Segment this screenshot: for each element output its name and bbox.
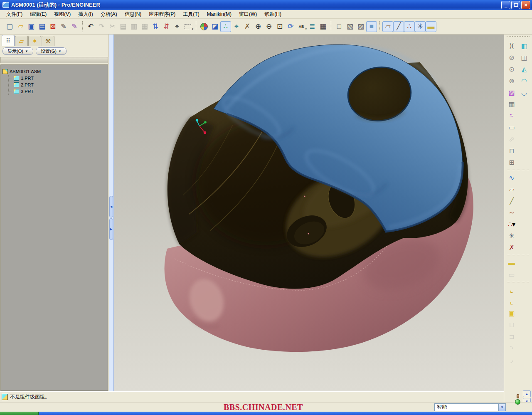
no-hidden-icon[interactable]: ▨ (355, 21, 366, 32)
save-icon[interactable]: ▣ (26, 21, 37, 32)
3d-viewport[interactable] (114, 35, 504, 391)
paste-icon[interactable]: ▥ (128, 21, 139, 32)
select-box-icon[interactable]: ▾ (182, 21, 193, 32)
sketch-icon[interactable]: ▭ (506, 122, 517, 133)
assemble-manikin-icon[interactable]: ⌞ (506, 296, 517, 307)
tree-part-item[interactable]: 2.PRT (10, 82, 106, 88)
chamfer-icon[interactable]: ◞ (506, 354, 517, 365)
trim-notch-icon[interactable]: ⊓ (506, 145, 517, 156)
wireframe-icon[interactable]: □ (334, 21, 345, 32)
tree-show-button[interactable]: 显示(O)▼ (2, 47, 33, 55)
menu-item-10[interactable]: 帮助(H) (261, 10, 285, 19)
note-icon[interactable]: ▬ (506, 257, 517, 268)
datum-plane-toggle-icon[interactable]: ▱ (382, 21, 393, 32)
cut-icon[interactable]: ✂ (107, 21, 118, 32)
datum-curve-icon[interactable]: ∼ (506, 207, 517, 218)
shaded-icon[interactable]: ■ (366, 21, 377, 32)
restore-button[interactable] (511, 1, 520, 9)
menu-item-0[interactable]: 文件(F) (2, 10, 26, 19)
hole-icon[interactable]: ⊔ (506, 319, 517, 330)
menu-item-2[interactable]: 视图(V) (50, 10, 74, 19)
datum-csys-icon[interactable]: ✳ (506, 230, 517, 241)
datum-axis-icon[interactable]: ╱ (506, 195, 517, 206)
intersect-icon[interactable]: ⊘ (506, 52, 517, 63)
search-model-icon[interactable]: ⌖ (231, 21, 242, 32)
assemble-component-icon[interactable]: ⌞ (506, 284, 517, 295)
close-button[interactable]: ✕ (521, 1, 530, 9)
menu-item-7[interactable]: 工具(T) (179, 10, 203, 19)
selection-filter-combo[interactable]: 智能 ▼ (434, 403, 506, 411)
mirror-icon[interactable]: ◫ (519, 52, 530, 63)
panel-splitter[interactable]: ◄ ► (109, 35, 114, 391)
assembly-model-canvas[interactable] (114, 35, 504, 391)
drag-disable-icon[interactable]: ✗ (242, 21, 253, 32)
analysis-icon[interactable]: ⇗ (506, 133, 517, 144)
edit-sketch-icon[interactable]: ✎ (69, 21, 80, 32)
shell-icon[interactable]: ⊐ (506, 331, 517, 342)
merge-icon[interactable]: )( (506, 40, 517, 51)
menu-item-9[interactable]: 窗口(W) (235, 10, 261, 19)
display-settings-icon[interactable]: ◪ (209, 21, 220, 32)
extend-icon[interactable]: ⊞ (506, 157, 517, 168)
start-button-edge[interactable] (0, 412, 39, 415)
zoom-out-icon[interactable]: ⊖ (264, 21, 274, 32)
new-file-icon[interactable]: ▢ (4, 21, 15, 32)
print-icon[interactable]: ✎ (58, 21, 69, 32)
hidden-line-icon[interactable]: ▧ (345, 21, 355, 32)
tab-model-tree[interactable]: ⠿ (2, 35, 15, 46)
redo-icon[interactable]: ↷ (96, 21, 107, 32)
spline-icon[interactable]: ∿ (506, 172, 517, 183)
toolbar-scroll-up-button[interactable]: ▲ (523, 390, 531, 397)
repaint-icon[interactable]: ⟳ (285, 21, 296, 32)
paste-special-icon[interactable]: ▦ (139, 21, 150, 32)
tab-folder-browser[interactable]: ▱ (15, 36, 28, 46)
round-icon[interactable]: ◝ (506, 343, 517, 353)
dropdown-caret-icon[interactable]: ▾ (512, 220, 515, 228)
field-point-icon[interactable]: ✗ (506, 242, 517, 253)
delete-icon[interactable]: ⊠ (47, 21, 58, 32)
minimize-button[interactable]: _ (501, 1, 510, 9)
zoom-in-icon[interactable]: ⊕ (253, 21, 264, 32)
style-icon[interactable]: ≈ (506, 110, 517, 121)
tree-settings-button[interactable]: 设置(G)▼ (36, 47, 66, 55)
datum-point-toggle-icon[interactable]: ∴ (404, 21, 415, 32)
copy-geometry-icon[interactable]: ⊙ (506, 64, 517, 74)
copy-icon[interactable]: ▤ (118, 21, 128, 32)
regenerate-icon[interactable]: ⇅ (150, 21, 161, 32)
pattern-icon[interactable]: ▦ (506, 99, 517, 109)
undo-icon[interactable]: ↶ (85, 21, 96, 32)
extrude-icon[interactable]: ◧ (519, 40, 530, 51)
menu-item-1[interactable]: 编辑(E) (26, 10, 50, 19)
tree-part-item[interactable]: 3.PRT (10, 88, 106, 95)
datum-point-icon[interactable]: ∴▾ (506, 219, 517, 230)
refit-icon[interactable]: ⊡ (274, 21, 285, 32)
trim-icon[interactable]: ◭ (519, 64, 530, 74)
datum-csys-toggle-icon[interactable]: ✳ (415, 21, 426, 32)
layers-icon[interactable]: ≣ (307, 21, 318, 32)
dropdown-caret-icon[interactable]: ▾ (192, 27, 193, 31)
view-manager-icon[interactable]: ▦ (318, 21, 328, 32)
find-icon[interactable]: ⌖ (172, 21, 182, 32)
fill-icon[interactable]: ▨ (506, 87, 517, 98)
menu-item-5[interactable]: 信息(N) (121, 10, 145, 19)
combo-arrow-icon[interactable]: ▼ (498, 404, 505, 411)
expand-sash[interactable]: ► (109, 218, 113, 240)
menu-item-8[interactable]: Manikin(M) (203, 10, 235, 18)
tab-connections[interactable]: ⚒ (42, 36, 54, 46)
save-backup-icon[interactable]: ▤ (37, 21, 47, 32)
open-file-icon[interactable]: ▱ (15, 21, 26, 32)
note-group-icon[interactable]: ▭ (506, 269, 517, 280)
tab-favorites[interactable]: ✶ (28, 36, 41, 46)
annotation-toggle-icon[interactable]: ▬ (426, 21, 436, 32)
appearance-gallery-icon[interactable] (199, 21, 209, 32)
datum-plane-icon[interactable]: ▱ (506, 184, 517, 195)
boundary-blend-icon[interactable]: ◡ (519, 87, 530, 98)
menu-item-4[interactable]: 分析(A) (97, 10, 121, 19)
tree-part-item[interactable]: 1.PRT (10, 75, 106, 82)
create-component-icon[interactable]: ▣ (506, 308, 517, 319)
menu-item-6[interactable]: 应用程序(P) (145, 10, 179, 19)
datum-axis-toggle-icon[interactable]: ╱ (393, 21, 404, 32)
offset-icon[interactable]: ⊚ (506, 75, 517, 86)
sweep-icon[interactable]: ◠ (519, 75, 530, 86)
tree-root-item[interactable]: ASM0001.ASM (2, 68, 106, 75)
